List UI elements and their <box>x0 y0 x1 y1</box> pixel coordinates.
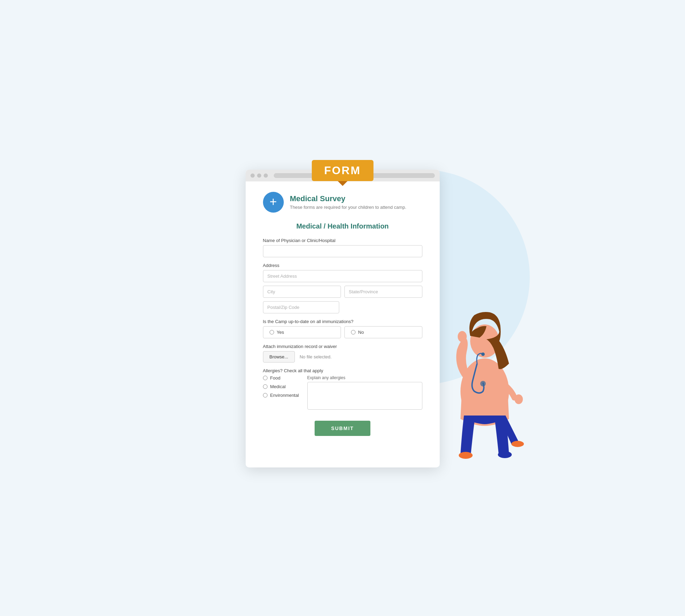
immunization-yes-option[interactable]: Yes <box>263 326 341 338</box>
street-input[interactable] <box>263 270 422 282</box>
svg-point-2 <box>498 451 512 458</box>
explain-textarea[interactable] <box>307 382 422 410</box>
allergy-food-item[interactable]: Food <box>263 375 299 381</box>
explain-block: Explain any allergies <box>307 375 422 411</box>
physician-label: Name of Physician or Clinic/Hospital <box>263 238 422 243</box>
address-label: Address <box>263 263 422 268</box>
attach-field-group: Attach immunization record or waiver Bro… <box>263 344 422 363</box>
medical-icon: + <box>263 192 284 213</box>
allergy-medical-radio[interactable] <box>263 384 267 389</box>
browser-dot-2 <box>257 173 261 178</box>
file-row: Browse... No file selected. <box>263 351 422 363</box>
browse-button[interactable]: Browse... <box>263 351 295 363</box>
immunization-no-label: No <box>358 330 364 335</box>
allergies-field-group: Allergies? Check all that apply Food Med… <box>263 368 422 411</box>
svg-point-1 <box>459 452 473 459</box>
svg-point-3 <box>511 441 524 447</box>
form-header: + Medical Survey These forms are require… <box>263 192 422 213</box>
immunization-yes-label: Yes <box>277 330 284 335</box>
allergy-environmental-label: Environmental <box>270 393 299 398</box>
physician-input[interactable] <box>263 245 422 257</box>
immunization-label: Is the Camp up-to-date on all immunizati… <box>263 319 422 324</box>
immunization-no-option[interactable]: No <box>344 326 422 338</box>
allergy-environmental-item[interactable]: Environmental <box>263 393 299 398</box>
physician-field-group: Name of Physician or Clinic/Hospital <box>263 238 422 257</box>
form-subtitle: These forms are required for your childr… <box>290 205 406 210</box>
explain-label: Explain any allergies <box>307 375 422 380</box>
svg-point-5 <box>515 394 523 404</box>
page-wrapper: FORM + Medical Survey These forms are re… <box>169 149 516 467</box>
section-title: Medical / Health Information <box>263 222 422 230</box>
allergies-checkboxes: Food Medical Environmental <box>263 375 299 398</box>
file-status: No file selected. <box>300 354 332 359</box>
allergy-food-radio[interactable] <box>263 376 267 380</box>
state-input[interactable] <box>344 286 422 298</box>
city-state-row <box>263 286 422 298</box>
form-title: Medical Survey <box>290 194 406 203</box>
allergies-row: Food Medical Environmental Explain any a… <box>263 375 422 411</box>
address-field-group: Address <box>263 263 422 313</box>
form-content: + Medical Survey These forms are require… <box>246 181 440 450</box>
allergy-environmental-radio[interactable] <box>263 393 267 398</box>
browser-card: FORM + Medical Survey These forms are re… <box>246 170 440 467</box>
attach-label: Attach immunization record or waiver <box>263 344 422 349</box>
allergy-food-label: Food <box>270 375 281 381</box>
allergy-medical-item[interactable]: Medical <box>263 384 299 389</box>
immunization-yes-radio[interactable] <box>270 330 274 334</box>
browser-dot-3 <box>264 173 268 178</box>
immunization-no-radio[interactable] <box>351 330 355 334</box>
form-badge: FORM <box>311 160 373 181</box>
svg-point-7 <box>480 381 486 386</box>
immunization-field-group: Is the Camp up-to-date on all immunizati… <box>263 319 422 338</box>
immunization-radio-row: Yes No <box>263 326 422 338</box>
submit-button[interactable]: SUBMIT <box>315 421 371 436</box>
postal-input[interactable] <box>263 301 340 313</box>
allergies-label: Allergies? Check all that apply <box>263 368 422 373</box>
city-input[interactable] <box>263 286 341 298</box>
plus-symbol: + <box>270 196 277 208</box>
browser-dot-1 <box>251 173 255 178</box>
form-title-block: Medical Survey These forms are required … <box>290 194 406 210</box>
allergy-medical-label: Medical <box>270 384 286 389</box>
